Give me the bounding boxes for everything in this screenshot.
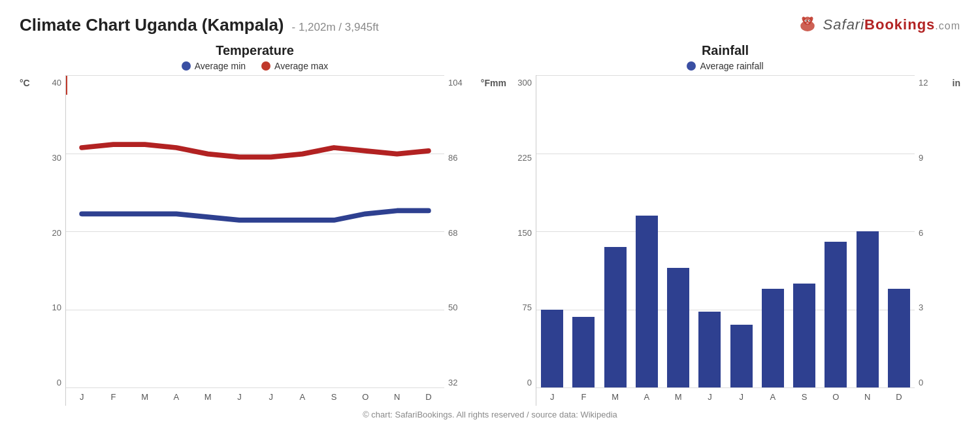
bar-group: [757, 75, 789, 387]
rainfall-bar: [572, 317, 595, 387]
legend-label-max: Average max: [274, 61, 328, 71]
rainfall-bar: [730, 325, 753, 387]
rain-y-axis-left: 300 225 150 75 0: [510, 75, 536, 406]
rainfall-bar: [793, 284, 815, 387]
bar-group: [662, 75, 694, 387]
logo-com: .com: [935, 20, 960, 31]
logo-icon: [796, 13, 819, 37]
bar-group: [536, 75, 568, 387]
rainfall-bar: [762, 289, 784, 387]
temp-unit-left: °C: [20, 75, 39, 406]
legend-dot-rainfall: [687, 61, 696, 71]
svg-point-7: [809, 20, 810, 22]
rainfall-chart-title: Rainfall: [490, 43, 960, 58]
bar-group: [631, 75, 662, 387]
rain-unit-right: in: [941, 75, 960, 406]
logo-text: SafariBookings.com: [823, 16, 960, 33]
rainfall-bar: [636, 216, 658, 387]
temperature-chart-title: Temperature: [20, 43, 490, 58]
legend-item-min: Average min: [182, 61, 246, 71]
bar-group: [883, 75, 915, 387]
main-title: Climate Chart Uganda (Kampala): [20, 15, 284, 35]
legend-dot-min: [182, 61, 191, 71]
rainfall-legend: Average rainfall: [490, 61, 960, 71]
rainfall-chart-body: mm 300 225 150 75 0: [490, 75, 960, 406]
temperature-legend: Average min Average max: [20, 61, 490, 71]
logo-bookings: Bookings: [864, 16, 935, 33]
rainfall-bar: [667, 268, 689, 387]
rainfall-bar: [825, 242, 847, 387]
logo-area: SafariBookings.com: [796, 13, 960, 37]
rainfall-bar: [541, 310, 563, 388]
page-container: Climate Chart Uganda (Kampala) - 1,202m …: [0, 0, 980, 426]
temp-y-axis-left: 40 30 20 10 0: [39, 75, 65, 406]
rainfall-bar: [888, 289, 910, 387]
rain-unit-left: mm: [490, 75, 510, 406]
legend-label-min: Average min: [195, 61, 246, 71]
temperature-plot: J F M A M J J A S O N D: [65, 75, 444, 406]
temperature-svg: [66, 75, 444, 327]
temperature-chart-section: Temperature Average min Average max °C 4…: [20, 43, 490, 406]
charts-row: Temperature Average min Average max °C 4…: [20, 43, 960, 406]
bar-group: [600, 75, 631, 387]
subtitle: - 1,202m / 3,945ft: [292, 21, 379, 34]
title-area: Climate Chart Uganda (Kampala) - 1,202m …: [20, 15, 379, 35]
rainfall-plot: J F M A M J J A S O N D: [536, 75, 915, 406]
bar-group: [852, 75, 883, 387]
legend-label-rainfall: Average rainfall: [700, 61, 763, 71]
legend-dot-max: [261, 61, 270, 71]
rain-x-axis: J F M A M J J A S O N D: [536, 387, 915, 406]
rainfall-bar: [857, 231, 879, 387]
temp-unit-right: °F: [470, 75, 490, 406]
logo-safari: Safari: [823, 16, 864, 33]
footer: © chart: SafariBookings. All rights rese…: [20, 410, 960, 419]
bar-group: [568, 75, 599, 387]
bar-group: [694, 75, 725, 387]
bar-group: [820, 75, 851, 387]
bar-group: [726, 75, 757, 387]
svg-point-8: [806, 22, 809, 24]
rainfall-bar: [604, 247, 627, 387]
legend-item-rainfall: Average rainfall: [687, 61, 763, 71]
svg-point-6: [805, 20, 806, 22]
rainfall-chart-section: Rainfall Average rainfall mm 300 225 150…: [490, 43, 960, 406]
header: Climate Chart Uganda (Kampala) - 1,202m …: [20, 13, 960, 37]
rain-y-axis-right: 12 9 6 3 0: [915, 75, 941, 406]
bar-group: [789, 75, 820, 387]
legend-item-max: Average max: [261, 61, 328, 71]
rainfall-bar-area: [536, 75, 915, 387]
temp-x-axis: J F M A M J J A S O N D: [66, 387, 444, 406]
temperature-chart-body: °C 40 30 20 10 0: [20, 75, 490, 406]
rainfall-bar: [698, 312, 721, 387]
temp-y-axis-right: 104 86 68 50 32: [444, 75, 470, 406]
